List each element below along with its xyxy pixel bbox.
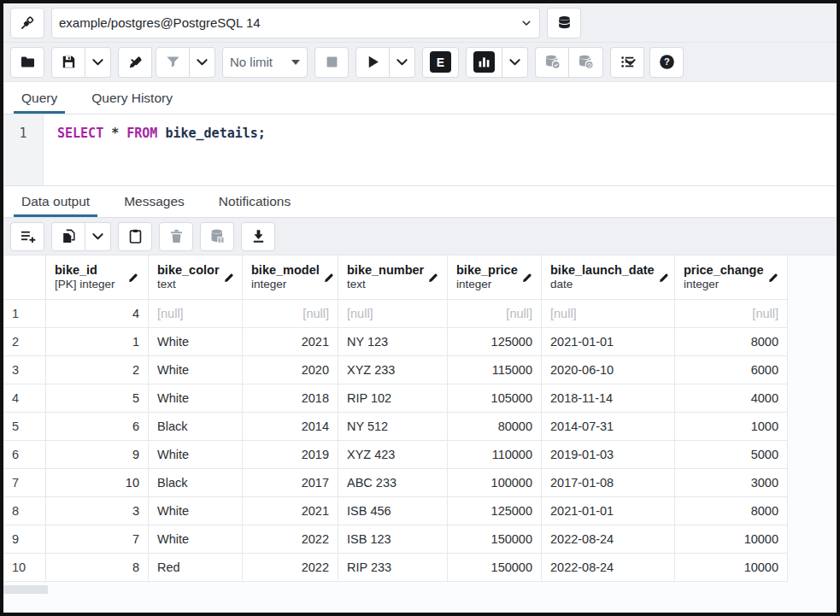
cell-bike_color[interactable]: Red	[149, 554, 243, 582]
cell-bike_model[interactable]: 2017	[243, 469, 338, 497]
filter-button[interactable]	[156, 47, 190, 78]
cell-price_change[interactable]: 6000	[675, 356, 788, 384]
cell-bike_id[interactable]: 2	[46, 356, 149, 384]
cell-bike_price[interactable]: 125000	[448, 497, 542, 525]
sql-code-line[interactable]: SELECT * FROM bike_details;	[44, 114, 266, 185]
cell-bike_model[interactable]: 2022	[243, 554, 338, 582]
cell-bike_color[interactable]: Black	[149, 469, 243, 497]
edit-menu-chevron[interactable]	[123, 47, 149, 78]
cell-bike_number[interactable]: NY 512	[338, 413, 448, 441]
edit-column-icon[interactable]	[323, 272, 335, 284]
cell-price_change[interactable]: 1000	[675, 413, 788, 441]
cell-bike_price[interactable]: 125000	[448, 328, 542, 356]
cell-bike_model[interactable]: 2021	[243, 497, 338, 525]
edit-column-icon[interactable]	[427, 272, 439, 284]
cell-bike_number[interactable]: RIP 233	[338, 554, 448, 582]
cell-bike_color[interactable]: Black	[149, 413, 243, 441]
cell-bike_id[interactable]: 1	[46, 328, 149, 356]
row-number[interactable]: 8	[3, 497, 46, 525]
column-header-bike_model[interactable]: bike_modelinteger	[243, 255, 338, 300]
corner-header-cell[interactable]	[3, 255, 46, 300]
explain-button[interactable]: E	[422, 47, 459, 78]
cell-bike_model[interactable]: 2019	[243, 441, 338, 469]
cell-bike_id[interactable]: 9	[46, 441, 149, 469]
cell-price_change[interactable]: 4000	[675, 384, 788, 413]
cell-bike_price[interactable]: 150000	[448, 525, 542, 554]
edit-column-icon[interactable]	[767, 272, 779, 284]
cell-bike_id[interactable]: 5	[46, 384, 149, 413]
cell-bike_number[interactable]: XYZ 423	[338, 441, 448, 469]
horizontal-scrollbar-thumb[interactable]	[3, 585, 48, 594]
cell-bike_id[interactable]: 6	[46, 413, 149, 441]
tab-notifications[interactable]: Notifications	[216, 186, 293, 217]
cell-price_change[interactable]: 3000	[675, 469, 788, 497]
stop-button[interactable]	[314, 47, 349, 78]
cell-bike_launch_date[interactable]: [null]	[542, 300, 675, 328]
cell-bike_launch_date[interactable]: 2017-01-08	[542, 469, 675, 497]
macros-chevron[interactable]	[617, 47, 643, 78]
cell-bike_model[interactable]: 2020	[243, 356, 338, 384]
connection-status-button[interactable]	[10, 8, 44, 38]
commit-button[interactable]	[535, 47, 569, 78]
help-button[interactable]: ?	[649, 47, 684, 78]
cell-bike_id[interactable]: 3	[46, 497, 149, 525]
cell-bike_id[interactable]: 7	[46, 525, 149, 554]
cell-price_change[interactable]: 8000	[675, 497, 788, 525]
cell-bike_launch_date[interactable]: 2022-08-24	[542, 554, 675, 582]
cell-bike_price[interactable]: 100000	[448, 469, 542, 497]
cell-bike_launch_date[interactable]: 2021-01-01	[542, 497, 675, 525]
execute-menu-button[interactable]	[390, 47, 415, 78]
cell-bike_model[interactable]: [null]	[243, 300, 338, 328]
cell-bike_model[interactable]: 2021	[243, 328, 338, 356]
rollback-button[interactable]	[569, 47, 603, 78]
paste-button[interactable]	[118, 222, 152, 251]
cell-bike_price[interactable]: 80000	[448, 413, 542, 441]
cell-bike_launch_date[interactable]: 2019-01-03	[542, 441, 675, 469]
cell-bike_launch_date[interactable]: 2020-06-10	[542, 356, 675, 384]
cell-bike_id[interactable]: 8	[46, 554, 149, 582]
column-header-bike_price[interactable]: bike_priceinteger	[448, 255, 542, 300]
cell-bike_price[interactable]: 150000	[448, 554, 542, 582]
execute-button[interactable]	[355, 47, 390, 78]
explain-analyze-button[interactable]	[466, 47, 502, 78]
download-button[interactable]	[241, 222, 275, 251]
cell-bike_number[interactable]: [null]	[338, 300, 448, 328]
cell-bike_color[interactable]: White	[149, 497, 243, 525]
delete-button[interactable]	[159, 222, 193, 251]
cell-bike_price[interactable]: 110000	[448, 441, 542, 469]
new-connection-button[interactable]	[547, 8, 581, 38]
explain-menu-button[interactable]	[502, 47, 528, 78]
row-number[interactable]: 6	[3, 441, 46, 469]
row-number[interactable]: 7	[3, 469, 46, 497]
tab-data-output[interactable]: Data output	[19, 186, 92, 217]
row-number[interactable]: 5	[3, 413, 46, 441]
cell-bike_color[interactable]: White	[149, 525, 243, 554]
save-file-button[interactable]	[51, 47, 85, 78]
copy-button[interactable]	[51, 222, 85, 251]
connection-select[interactable]: example/postgres@PostgreSQL 14	[51, 8, 540, 38]
cell-bike_color[interactable]: White	[149, 384, 243, 413]
add-row-button[interactable]	[10, 222, 44, 251]
cell-bike_color[interactable]: White	[149, 441, 243, 469]
row-number[interactable]: 9	[3, 525, 46, 554]
cell-bike_number[interactable]: ISB 456	[338, 497, 448, 525]
sql-editor[interactable]: 1 SELECT * FROM bike_details;	[3, 114, 837, 186]
cell-price_change[interactable]: [null]	[675, 300, 788, 328]
row-number[interactable]: 1	[3, 300, 46, 328]
save-menu-button[interactable]	[85, 47, 111, 78]
save-data-button[interactable]	[200, 222, 234, 251]
cell-bike_number[interactable]: ABC 233	[338, 469, 448, 497]
edit-column-icon[interactable]	[127, 272, 139, 284]
cell-bike_model[interactable]: 2014	[243, 413, 338, 441]
cell-bike_launch_date[interactable]: 2018-11-14	[542, 384, 675, 413]
tab-query[interactable]: Query	[19, 82, 60, 114]
cell-bike_launch_date[interactable]: 2014-07-31	[542, 413, 675, 441]
cell-bike_model[interactable]: 2018	[243, 384, 338, 413]
row-number[interactable]: 2	[3, 328, 46, 356]
cell-bike_color[interactable]: White	[149, 356, 243, 384]
column-header-bike_launch_date[interactable]: bike_launch_datedate	[542, 255, 675, 300]
cell-bike_model[interactable]: 2022	[243, 525, 338, 554]
cell-bike_number[interactable]: NY 123	[338, 328, 448, 356]
cell-price_change[interactable]: 5000	[675, 441, 788, 469]
column-header-price_change[interactable]: price_changeinteger	[675, 255, 788, 300]
